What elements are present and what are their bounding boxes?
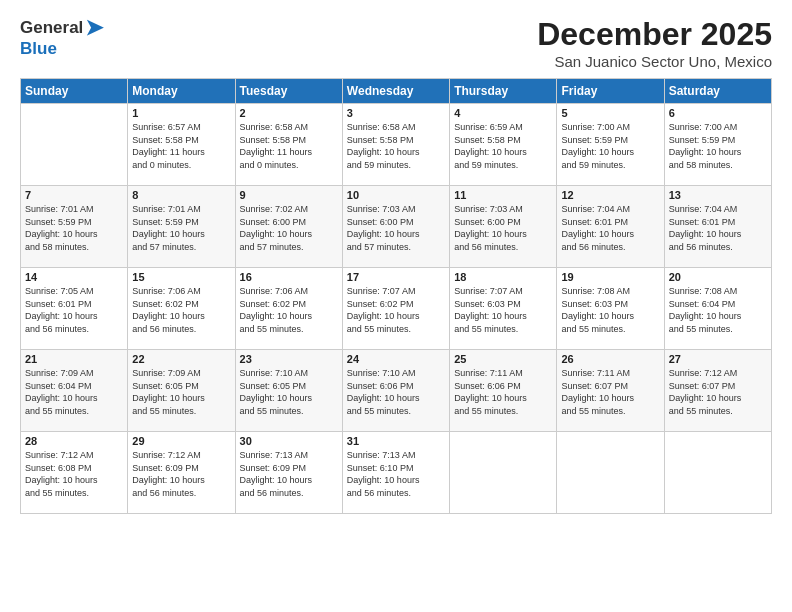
day-info: Sunrise: 7:08 AMSunset: 6:03 PMDaylight:… (561, 285, 659, 335)
day-number: 12 (561, 189, 659, 201)
day-number: 27 (669, 353, 767, 365)
day-cell: 28Sunrise: 7:12 AMSunset: 6:08 PMDayligh… (21, 432, 128, 514)
day-number: 29 (132, 435, 230, 447)
day-cell: 18Sunrise: 7:07 AMSunset: 6:03 PMDayligh… (450, 268, 557, 350)
day-cell (21, 104, 128, 186)
logo-bird-icon: ➤ (85, 16, 103, 40)
logo-text-blue: Blue (20, 40, 57, 59)
main-title: December 2025 (537, 16, 772, 53)
day-number: 11 (454, 189, 552, 201)
day-number: 22 (132, 353, 230, 365)
day-info: Sunrise: 7:00 AMSunset: 5:59 PMDaylight:… (669, 121, 767, 171)
day-info: Sunrise: 6:57 AMSunset: 5:58 PMDaylight:… (132, 121, 230, 171)
logo-text-general: General (20, 19, 83, 38)
day-info: Sunrise: 7:12 AMSunset: 6:07 PMDaylight:… (669, 367, 767, 417)
day-info: Sunrise: 7:04 AMSunset: 6:01 PMDaylight:… (669, 203, 767, 253)
day-cell (450, 432, 557, 514)
day-number: 3 (347, 107, 445, 119)
day-info: Sunrise: 7:12 AMSunset: 6:09 PMDaylight:… (132, 449, 230, 499)
day-cell: 16Sunrise: 7:06 AMSunset: 6:02 PMDayligh… (235, 268, 342, 350)
day-cell: 22Sunrise: 7:09 AMSunset: 6:05 PMDayligh… (128, 350, 235, 432)
day-cell: 13Sunrise: 7:04 AMSunset: 6:01 PMDayligh… (664, 186, 771, 268)
day-number: 20 (669, 271, 767, 283)
week-row-1: 1Sunrise: 6:57 AMSunset: 5:58 PMDaylight… (21, 104, 772, 186)
day-number: 28 (25, 435, 123, 447)
day-number: 9 (240, 189, 338, 201)
day-number: 26 (561, 353, 659, 365)
day-info: Sunrise: 6:58 AMSunset: 5:58 PMDaylight:… (347, 121, 445, 171)
header-row: Sunday Monday Tuesday Wednesday Thursday… (21, 79, 772, 104)
header: General ➤ Blue December 2025 San Juanico… (20, 16, 772, 70)
day-info: Sunrise: 7:10 AMSunset: 6:06 PMDaylight:… (347, 367, 445, 417)
day-info: Sunrise: 7:02 AMSunset: 6:00 PMDaylight:… (240, 203, 338, 253)
day-cell: 19Sunrise: 7:08 AMSunset: 6:03 PMDayligh… (557, 268, 664, 350)
day-number: 13 (669, 189, 767, 201)
day-cell: 6Sunrise: 7:00 AMSunset: 5:59 PMDaylight… (664, 104, 771, 186)
week-row-2: 7Sunrise: 7:01 AMSunset: 5:59 PMDaylight… (21, 186, 772, 268)
th-thursday: Thursday (450, 79, 557, 104)
day-cell: 14Sunrise: 7:05 AMSunset: 6:01 PMDayligh… (21, 268, 128, 350)
day-info: Sunrise: 7:10 AMSunset: 6:05 PMDaylight:… (240, 367, 338, 417)
th-saturday: Saturday (664, 79, 771, 104)
day-cell: 1Sunrise: 6:57 AMSunset: 5:58 PMDaylight… (128, 104, 235, 186)
day-cell: 9Sunrise: 7:02 AMSunset: 6:00 PMDaylight… (235, 186, 342, 268)
day-cell: 26Sunrise: 7:11 AMSunset: 6:07 PMDayligh… (557, 350, 664, 432)
day-cell: 8Sunrise: 7:01 AMSunset: 5:59 PMDaylight… (128, 186, 235, 268)
day-info: Sunrise: 7:03 AMSunset: 6:00 PMDaylight:… (454, 203, 552, 253)
day-cell: 25Sunrise: 7:11 AMSunset: 6:06 PMDayligh… (450, 350, 557, 432)
day-info: Sunrise: 7:03 AMSunset: 6:00 PMDaylight:… (347, 203, 445, 253)
subtitle: San Juanico Sector Uno, Mexico (537, 53, 772, 70)
day-number: 25 (454, 353, 552, 365)
day-cell: 7Sunrise: 7:01 AMSunset: 5:59 PMDaylight… (21, 186, 128, 268)
th-wednesday: Wednesday (342, 79, 449, 104)
day-cell: 20Sunrise: 7:08 AMSunset: 6:04 PMDayligh… (664, 268, 771, 350)
th-sunday: Sunday (21, 79, 128, 104)
day-cell: 5Sunrise: 7:00 AMSunset: 5:59 PMDaylight… (557, 104, 664, 186)
day-cell: 31Sunrise: 7:13 AMSunset: 6:10 PMDayligh… (342, 432, 449, 514)
day-number: 8 (132, 189, 230, 201)
day-cell: 3Sunrise: 6:58 AMSunset: 5:58 PMDaylight… (342, 104, 449, 186)
day-number: 31 (347, 435, 445, 447)
day-info: Sunrise: 7:01 AMSunset: 5:59 PMDaylight:… (132, 203, 230, 253)
day-cell: 11Sunrise: 7:03 AMSunset: 6:00 PMDayligh… (450, 186, 557, 268)
day-number: 21 (25, 353, 123, 365)
logo: General ➤ Blue (20, 16, 103, 59)
th-monday: Monday (128, 79, 235, 104)
day-number: 6 (669, 107, 767, 119)
day-number: 14 (25, 271, 123, 283)
day-cell (664, 432, 771, 514)
day-number: 2 (240, 107, 338, 119)
day-number: 30 (240, 435, 338, 447)
day-number: 19 (561, 271, 659, 283)
day-cell: 21Sunrise: 7:09 AMSunset: 6:04 PMDayligh… (21, 350, 128, 432)
day-info: Sunrise: 7:11 AMSunset: 6:07 PMDaylight:… (561, 367, 659, 417)
day-cell: 15Sunrise: 7:06 AMSunset: 6:02 PMDayligh… (128, 268, 235, 350)
day-cell: 17Sunrise: 7:07 AMSunset: 6:02 PMDayligh… (342, 268, 449, 350)
day-cell: 4Sunrise: 6:59 AMSunset: 5:58 PMDaylight… (450, 104, 557, 186)
day-cell: 30Sunrise: 7:13 AMSunset: 6:09 PMDayligh… (235, 432, 342, 514)
week-row-4: 21Sunrise: 7:09 AMSunset: 6:04 PMDayligh… (21, 350, 772, 432)
day-info: Sunrise: 7:09 AMSunset: 6:04 PMDaylight:… (25, 367, 123, 417)
day-info: Sunrise: 7:05 AMSunset: 6:01 PMDaylight:… (25, 285, 123, 335)
day-info: Sunrise: 7:04 AMSunset: 6:01 PMDaylight:… (561, 203, 659, 253)
day-cell: 29Sunrise: 7:12 AMSunset: 6:09 PMDayligh… (128, 432, 235, 514)
day-info: Sunrise: 7:12 AMSunset: 6:08 PMDaylight:… (25, 449, 123, 499)
th-friday: Friday (557, 79, 664, 104)
day-info: Sunrise: 7:08 AMSunset: 6:04 PMDaylight:… (669, 285, 767, 335)
day-cell: 10Sunrise: 7:03 AMSunset: 6:00 PMDayligh… (342, 186, 449, 268)
day-number: 7 (25, 189, 123, 201)
day-info: Sunrise: 7:01 AMSunset: 5:59 PMDaylight:… (25, 203, 123, 253)
day-number: 24 (347, 353, 445, 365)
day-number: 1 (132, 107, 230, 119)
day-info: Sunrise: 6:58 AMSunset: 5:58 PMDaylight:… (240, 121, 338, 171)
day-cell (557, 432, 664, 514)
day-info: Sunrise: 7:11 AMSunset: 6:06 PMDaylight:… (454, 367, 552, 417)
day-info: Sunrise: 7:07 AMSunset: 6:02 PMDaylight:… (347, 285, 445, 335)
day-cell: 24Sunrise: 7:10 AMSunset: 6:06 PMDayligh… (342, 350, 449, 432)
day-number: 5 (561, 107, 659, 119)
day-info: Sunrise: 7:13 AMSunset: 6:09 PMDaylight:… (240, 449, 338, 499)
title-block: December 2025 San Juanico Sector Uno, Me… (537, 16, 772, 70)
day-number: 18 (454, 271, 552, 283)
day-info: Sunrise: 7:00 AMSunset: 5:59 PMDaylight:… (561, 121, 659, 171)
day-number: 17 (347, 271, 445, 283)
